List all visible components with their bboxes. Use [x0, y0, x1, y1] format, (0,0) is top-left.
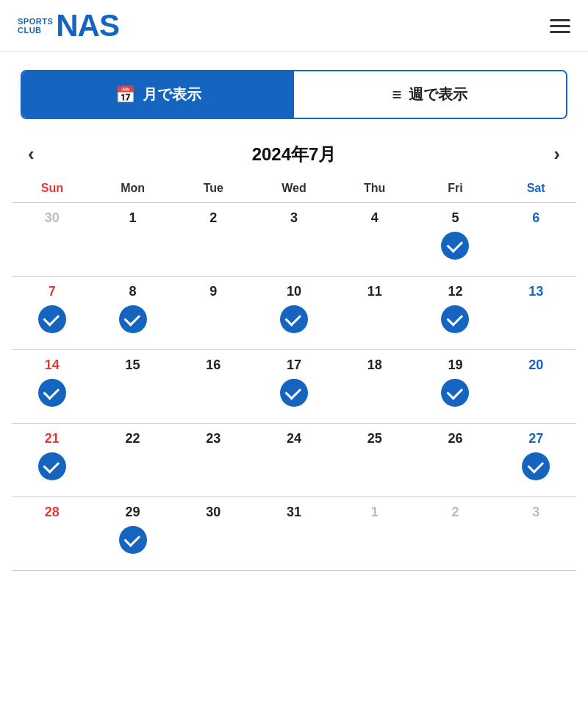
calendar-cell-w2-d7[interactable]: 13 [495, 277, 576, 349]
calendar-cell-w2-d2[interactable]: 8 [93, 277, 173, 349]
day-number: 29 [126, 505, 140, 520]
monthly-view-button[interactable]: 📅 月で表示 [22, 71, 294, 118]
calendar-week-5: 28293031123 [12, 497, 576, 571]
view-toggle-section: 📅 月で表示 ≡ 週で表示 [0, 52, 588, 127]
next-month-button[interactable]: › [546, 140, 567, 168]
day-number: 20 [528, 357, 543, 373]
day-number: 17 [287, 357, 301, 373]
calendar-cell-w4-d6[interactable]: 26 [415, 424, 496, 497]
calendar-week-2: 78910111213 [12, 277, 576, 350]
day-name-tue: Tue [173, 176, 254, 198]
attendance-check-icon [441, 305, 469, 333]
day-name-thu: Thu [334, 176, 415, 198]
day-name-mon: Mon [93, 176, 173, 198]
calendar-cell-w1-d3[interactable]: 2 [173, 203, 254, 276]
calendar-cell-w5-d7[interactable]: 3 [495, 497, 576, 570]
day-number: 28 [45, 505, 60, 520]
weekly-view-button[interactable]: ≡ 週で表示 [294, 71, 566, 118]
calendar-cell-w2-d4[interactable]: 10 [254, 277, 334, 349]
logo: SPORTS CLUB NAS [18, 10, 119, 41]
attendance-check-icon [38, 379, 66, 407]
calendar-cell-w5-d4[interactable]: 31 [254, 497, 334, 570]
day-number: 14 [45, 357, 60, 373]
calendar-cell-w5-d6[interactable]: 2 [415, 497, 496, 570]
calendar-cell-w1-d2[interactable]: 1 [93, 203, 173, 276]
day-name-sat: Sat [495, 176, 576, 198]
calendar-cell-w4-d3[interactable]: 23 [173, 424, 254, 497]
day-number: 5 [451, 210, 459, 226]
calendar-cell-w3-d3[interactable]: 16 [173, 350, 254, 423]
calendar-cell-w3-d7[interactable]: 20 [495, 350, 576, 423]
calendar-cell-w4-d5[interactable]: 25 [334, 424, 415, 497]
header: SPORTS CLUB NAS [0, 0, 588, 52]
attendance-check-icon [522, 452, 550, 480]
day-number: 3 [290, 210, 298, 226]
attendance-check-icon [441, 379, 469, 407]
calendar-cell-w3-d1[interactable]: 14 [12, 350, 93, 423]
calendar-cell-w4-d7[interactable]: 27 [495, 424, 576, 497]
monthly-view-label: 月で表示 [143, 85, 201, 104]
calendar-cell-w1-d6[interactable]: 5 [415, 203, 496, 276]
day-number: 11 [368, 284, 382, 299]
day-name-fri: Fri [415, 176, 496, 198]
calendar-week-3: 14151617181920 [12, 350, 576, 424]
attendance-check-icon [280, 379, 308, 407]
day-number: 25 [368, 431, 382, 446]
day-number: 27 [528, 431, 543, 446]
day-number: 23 [206, 431, 220, 446]
calendar-cell-w3-d5[interactable]: 18 [334, 350, 415, 423]
calendar-cell-w3-d6[interactable]: 19 [415, 350, 496, 423]
day-name-sun: Sun [12, 176, 93, 198]
logo-nas: NAS [56, 10, 119, 41]
calendar-cell-w1-d4[interactable]: 3 [254, 203, 334, 276]
calendar-cell-w5-d3[interactable]: 30 [173, 497, 254, 570]
weekly-view-label: 週で表示 [409, 85, 467, 104]
day-number: 16 [206, 357, 220, 373]
calendar-cell-w5-d5[interactable]: 1 [334, 497, 415, 570]
hamburger-menu-button[interactable] [550, 19, 570, 33]
calendar-cell-w5-d2[interactable]: 29 [93, 497, 173, 570]
day-number: 24 [287, 431, 301, 446]
day-number: 2 [209, 210, 217, 226]
day-number: 13 [528, 284, 543, 299]
calendar-cell-w3-d2[interactable]: 15 [93, 350, 173, 423]
calendar-cell-w4-d4[interactable]: 24 [254, 424, 334, 497]
calendar-cell-w4-d2[interactable]: 22 [93, 424, 173, 497]
calendar-cell-w2-d1[interactable]: 7 [12, 277, 93, 349]
day-name-wed: Wed [254, 176, 334, 198]
attendance-check-icon [119, 526, 147, 554]
day-number: 7 [49, 284, 56, 299]
calendar-cell-w5-d1[interactable]: 28 [12, 497, 93, 570]
day-number: 18 [368, 357, 382, 373]
day-number: 22 [126, 431, 140, 446]
day-number: 1 [371, 505, 379, 520]
calendar-nav: ‹ 2024年7月 › [0, 127, 588, 176]
day-number: 12 [448, 284, 462, 299]
calendar-cell-w1-d7[interactable]: 6 [495, 203, 576, 276]
calendar-week-4: 21222324252627 [12, 424, 576, 497]
prev-month-button[interactable]: ‹ [21, 140, 42, 168]
day-number: 19 [448, 357, 462, 373]
attendance-check-icon [441, 232, 469, 260]
calendar-cell-w2-d5[interactable]: 11 [334, 277, 415, 349]
day-number: 9 [209, 284, 217, 299]
calendar-week-1: 30123456 [12, 203, 576, 277]
day-number: 30 [45, 210, 60, 226]
calendar-cell-w2-d6[interactable]: 12 [415, 277, 496, 349]
day-number: 3 [532, 505, 539, 520]
attendance-check-icon [280, 305, 308, 333]
list-icon: ≡ [392, 85, 402, 104]
view-toggle: 📅 月で表示 ≡ 週で表示 [21, 70, 567, 119]
calendar-cell-w3-d4[interactable]: 17 [254, 350, 334, 423]
attendance-check-icon [119, 305, 147, 333]
calendar-cell-w1-d5[interactable]: 4 [334, 203, 415, 276]
calendar-grid: SunMonTueWedThuFriSat 301234567891011121… [0, 176, 588, 586]
day-number: 6 [532, 210, 539, 226]
calendar-cell-w4-d1[interactable]: 21 [12, 424, 93, 497]
day-number: 1 [129, 210, 137, 226]
day-number: 31 [287, 505, 301, 520]
day-number: 8 [129, 284, 137, 299]
calendar-cell-w1-d1[interactable]: 30 [12, 203, 93, 276]
day-number: 15 [126, 357, 140, 373]
calendar-cell-w2-d3[interactable]: 9 [173, 277, 254, 349]
